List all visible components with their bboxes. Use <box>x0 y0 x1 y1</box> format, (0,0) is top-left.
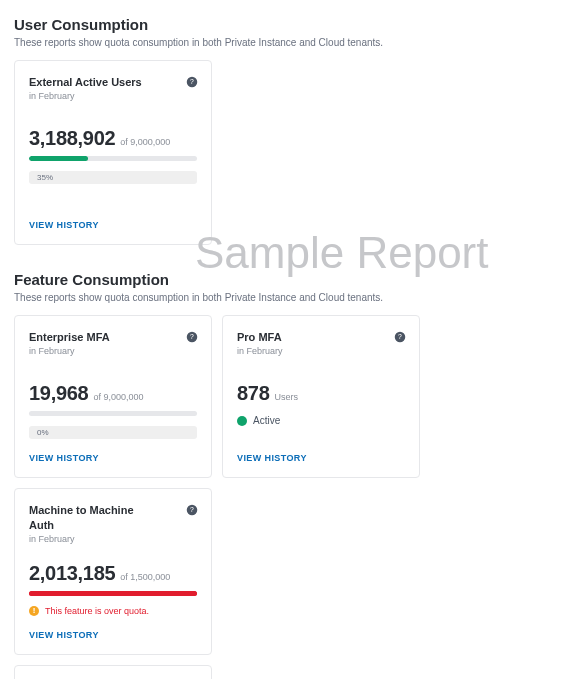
progress-fill <box>29 591 197 596</box>
section-feature-consumption-subtitle: These reports show quota consumption in … <box>14 292 548 303</box>
section-feature-consumption-title: Feature Consumption <box>14 271 548 288</box>
progress-bar <box>29 591 197 596</box>
status-dot-icon <box>237 416 247 426</box>
user-consumption-cards: ? External Active Users in February 3,18… <box>14 60 548 245</box>
metric-limit: of 9,000,000 <box>120 137 170 147</box>
metric-value: 878 <box>237 382 269 405</box>
card-period: in February <box>29 346 197 356</box>
view-history-link[interactable]: VIEW HISTORY <box>29 630 197 640</box>
card-period: in February <box>29 91 197 101</box>
svg-text:?: ? <box>190 507 194 514</box>
help-icon[interactable]: ? <box>186 329 198 341</box>
metric-unit: Users <box>274 392 298 402</box>
metric-limit: of 1,500,000 <box>120 572 170 582</box>
svg-text:?: ? <box>190 78 194 85</box>
help-icon[interactable]: ? <box>186 502 198 514</box>
card-enterprise-mfa: ? Enterprise MFA in February 19,968 of 9… <box>14 315 212 478</box>
progress-bar <box>29 156 197 161</box>
card-period: in February <box>29 534 197 544</box>
card-m2m-auth: ? Machine to Machine Auth in February 2,… <box>14 488 212 655</box>
card-title: Machine to Machine Auth <box>29 503 139 532</box>
card-enterprise-connections: ? Enterprise Connections in February 1,0… <box>14 665 212 679</box>
status-row: Active <box>237 415 405 426</box>
card-period: in February <box>237 346 405 356</box>
svg-text:?: ? <box>398 333 402 340</box>
progress-fill <box>29 156 88 161</box>
metric-value: 3,188,902 <box>29 127 115 150</box>
feature-consumption-cards-row2: ? Enterprise Connections in February 1,0… <box>14 665 548 679</box>
over-quota-row: ! This feature is over quota. <box>29 606 197 616</box>
card-title: Pro MFA <box>237 330 405 344</box>
help-icon[interactable]: ? <box>394 329 406 341</box>
over-quota-text: This feature is over quota. <box>45 606 149 616</box>
progress-bar <box>29 411 197 416</box>
card-title: External Active Users <box>29 75 197 89</box>
card-title: Enterprise MFA <box>29 330 197 344</box>
warning-icon: ! <box>29 606 39 616</box>
card-pro-mfa: ? Pro MFA in February 878 Users Active V… <box>222 315 420 478</box>
feature-consumption-cards-row1: ? Enterprise MFA in February 19,968 of 9… <box>14 315 548 655</box>
view-history-link[interactable]: VIEW HISTORY <box>29 453 197 463</box>
view-history-link[interactable]: VIEW HISTORY <box>237 453 405 463</box>
help-icon[interactable]: ? <box>186 74 198 86</box>
card-external-active-users: ? External Active Users in February 3,18… <box>14 60 212 245</box>
section-user-consumption-title: User Consumption <box>14 16 548 33</box>
percent-badge: 0% <box>29 426 197 439</box>
page-content: User Consumption These reports show quot… <box>0 0 562 679</box>
section-user-consumption-subtitle: These reports show quota consumption in … <box>14 37 548 48</box>
status-text: Active <box>253 415 280 426</box>
metric-value: 2,013,185 <box>29 562 115 585</box>
metric-limit: of 9,000,000 <box>93 392 143 402</box>
metric-value: 19,968 <box>29 382 88 405</box>
view-history-link[interactable]: VIEW HISTORY <box>29 220 197 230</box>
percent-badge: 35% <box>29 171 197 184</box>
svg-text:?: ? <box>190 333 194 340</box>
